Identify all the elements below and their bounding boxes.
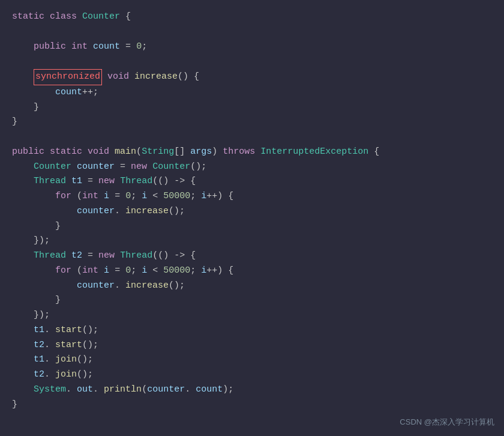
code-line-24: t1. join(); (12, 353, 492, 368)
code-line-6: count++; (12, 85, 492, 100)
code-line-14: counter. increase(); (12, 204, 492, 219)
code-line-21: }); (12, 308, 492, 323)
code-line-4 (12, 54, 492, 69)
code-line-19: counter. increase(); (12, 279, 492, 294)
code-line-25: t2. join(); (12, 368, 492, 383)
code-line-9 (12, 130, 492, 145)
code-line-11: Counter counter = new Counter(); (12, 160, 492, 175)
code-line-13: for (int i = 0; i < 50000; i++) { (12, 189, 492, 204)
code-block: static class Counter { public int count … (0, 0, 504, 436)
code-line-10: public static void main(String[] args) t… (12, 145, 492, 160)
code-line-23: t2. start(); (12, 338, 492, 353)
code-line-18: for (int i = 0; i < 50000; i++) { (12, 264, 492, 279)
code-line-3: public int count = 0; (12, 40, 492, 55)
code-line-17: Thread t2 = new Thread(() -> { (12, 249, 492, 264)
code-line-12: Thread t1 = new Thread(() -> { (12, 174, 492, 189)
code-line-1: static class Counter { (12, 10, 492, 25)
code-line-26: System. out. println(counter. count); (12, 383, 492, 398)
code-line-8: } (12, 115, 492, 130)
code-line-7: } (12, 100, 492, 115)
code-line-20: } (12, 293, 492, 308)
code-line-22: t1. start(); (12, 323, 492, 338)
watermark-text: CSDN @杰深入学习计算机 (400, 416, 494, 429)
code-line-16: }); (12, 234, 492, 249)
code-line-5: synchronized void increase() { (12, 69, 492, 85)
code-line-15: } (12, 219, 492, 234)
synchronized-keyword: synchronized (34, 69, 102, 85)
code-line-27: } (12, 398, 492, 413)
code-line-2 (12, 25, 492, 40)
